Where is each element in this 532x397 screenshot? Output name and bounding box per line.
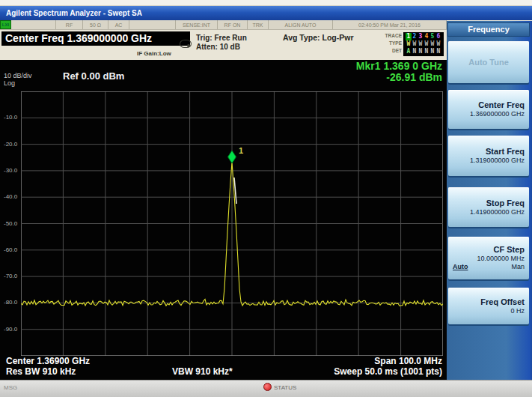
status-icon bbox=[263, 383, 272, 391]
spectrum-analyzer-window: Agilent Spectrum Analyzer - Swept SA LXI… bbox=[0, 0, 532, 397]
softkey-label: Start Freq bbox=[486, 147, 525, 157]
y-axis-label: -70.0 bbox=[4, 273, 17, 279]
status-cell: 50 Ω bbox=[83, 20, 108, 29]
status-cell: SENSE:INT bbox=[176, 20, 218, 29]
softkey-value: 1.319000000 GHz bbox=[470, 157, 525, 165]
trace-status-table: TRACE TYPE DET 123456 WWWWWW ANNNNN bbox=[385, 32, 444, 56]
bottom-status-bar: MSG STATUS bbox=[0, 380, 532, 397]
softkey-sidebar: Frequency Auto TuneCenter Freq1.36900000… bbox=[447, 21, 532, 380]
annotation-res-bw: Res BW 910 kHz bbox=[6, 366, 76, 377]
trace-types-row: WWWWWW bbox=[406, 40, 441, 48]
spectrum-display: Mkr1 1.369 0 GHz -26.91 dBm 10 dB/div Lo… bbox=[0, 60, 447, 380]
avg-type-label: Avg Type: Log-Pwr bbox=[283, 33, 354, 42]
trace-status-char: 5 bbox=[429, 33, 435, 40]
trace-status-char: N bbox=[424, 48, 429, 55]
toggle-auto[interactable]: Auto bbox=[453, 263, 468, 271]
trigger-label: Trig: Free Run bbox=[196, 34, 247, 42]
softkey-stop-freq[interactable]: Stop Freq1.419000000 GHz bbox=[448, 187, 529, 227]
annotation-center: Center 1.36900 GHz bbox=[6, 356, 90, 366]
marker-readout: Mkr1 1.369 0 GHz -26.91 dBm bbox=[356, 61, 442, 83]
status-cell: RF bbox=[56, 20, 83, 29]
marker-amplitude: -26.91 dBm bbox=[356, 72, 442, 83]
trace-status-char: 3 bbox=[418, 33, 424, 40]
trace-status-char: W bbox=[412, 40, 418, 48]
trace-status-char: W bbox=[406, 40, 412, 48]
trace-status-char: 6 bbox=[435, 33, 441, 40]
status-cell bbox=[11, 20, 56, 29]
y-axis-label: -50.0 bbox=[4, 220, 17, 227]
y-axis-label: -80.0 bbox=[4, 299, 17, 306]
if-gain-label: IF Gain:Low bbox=[137, 50, 171, 57]
window-title: Agilent Spectrum Analyzer - Swept SA bbox=[6, 9, 142, 17]
softkey-label: CF Step bbox=[493, 245, 525, 255]
center-freq-display: Center Freq 1.369000000 GHz bbox=[1, 31, 190, 46]
y-axis-label: -60.0 bbox=[4, 246, 17, 253]
trace-status-char: W bbox=[429, 40, 435, 48]
log-scale-label: Log bbox=[4, 79, 32, 87]
window-top-margin bbox=[0, 0, 532, 6]
db-per-div-label: 10 dB/div bbox=[4, 72, 32, 79]
trace-status-char: W bbox=[418, 40, 424, 48]
status-cell: 02:40:50 PM Mar 21, 2016 bbox=[333, 20, 447, 29]
measurement-bar: Center Freq 1.369000000 GHz IF Gain:Low … bbox=[0, 30, 447, 60]
softkey-menu-title: Frequency bbox=[447, 22, 530, 37]
type-row-label: TYPE bbox=[385, 40, 402, 47]
y-axis-label: -40.0 bbox=[4, 193, 17, 200]
auto-man-toggle[interactable]: AutoMan bbox=[453, 263, 525, 271]
trace-graticule: 1 bbox=[21, 91, 443, 356]
marker-diamond bbox=[228, 151, 236, 163]
y-axis-label: -20.0 bbox=[4, 141, 17, 148]
trace-status-char: W bbox=[424, 40, 429, 48]
softkey-value: 1.419000000 GHz bbox=[470, 208, 525, 216]
softkey-label: Auto Tune bbox=[468, 58, 509, 67]
trace-status-char: 4 bbox=[424, 33, 429, 40]
trace-status-char: N bbox=[412, 48, 418, 55]
trace-status-char: A bbox=[406, 48, 412, 55]
status-cell bbox=[129, 20, 176, 29]
status-strip: LXI RF50 ΩACSENSE:INTRF ONTRKALIGN AUTO0… bbox=[0, 20, 447, 30]
status-cell: RF ON bbox=[218, 20, 248, 29]
scale-label: 10 dB/div Log bbox=[4, 72, 32, 87]
annotation-span: Span 100.0 MHz bbox=[374, 356, 442, 366]
softkey-value: 0 Hz bbox=[510, 307, 525, 315]
status-cells: RF50 ΩACSENSE:INTRF ONTRKALIGN AUTO02:40… bbox=[11, 20, 447, 29]
annotation-sweep: Sweep 50.0 ms (1001 pts) bbox=[334, 366, 442, 377]
trace-status-char: W bbox=[435, 40, 441, 48]
trace-row-label: TRACE bbox=[385, 32, 402, 40]
status-cell: AC bbox=[108, 20, 129, 29]
det-row-label: DET bbox=[385, 47, 402, 55]
softkey-start-freq[interactable]: Start Freq1.319000000 GHz bbox=[448, 136, 529, 176]
annotation-vbw: VBW 910 kHz* bbox=[172, 366, 233, 377]
trace-numbers-row: 123456 bbox=[406, 33, 441, 40]
softkey-freq-offset[interactable]: Freq Offset0 Hz bbox=[448, 288, 529, 324]
y-axis-label: -30.0 bbox=[4, 167, 17, 174]
y-axis-label: -10.0 bbox=[4, 114, 17, 121]
trace-detectors-row: ANNNNN bbox=[406, 48, 441, 55]
softkey-cf-step[interactable]: CF Step10.000000 MHzAutoMan bbox=[448, 237, 529, 279]
trace-status-char: 2 bbox=[412, 33, 418, 40]
marker-frequency: Mkr1 1.369 0 GHz bbox=[356, 61, 442, 72]
lxi-led-indicator: LXI bbox=[0, 20, 11, 29]
softkey-value: 1.369000000 GHz bbox=[470, 110, 525, 118]
attenuation-label: Atten: 10 dB bbox=[196, 43, 240, 51]
softkey-label: Freq Offset bbox=[480, 297, 525, 307]
toggle-man[interactable]: Man bbox=[511, 263, 525, 271]
trace-status-box: 123456 WWWWWW ANNNNN bbox=[403, 32, 444, 56]
window-titlebar: Agilent Spectrum Analyzer - Swept SA bbox=[0, 6, 532, 20]
input-coupling-icon bbox=[180, 40, 192, 48]
softkey-value: 10.000000 MHz bbox=[477, 255, 525, 263]
trace-status-char: 1 bbox=[406, 33, 412, 40]
status-label: STATUS bbox=[274, 384, 296, 391]
softkey-label: Center Freq bbox=[478, 100, 525, 110]
trace-status-char: N bbox=[435, 48, 441, 55]
y-axis-label: -90.0 bbox=[4, 326, 17, 333]
trace-status-char: N bbox=[418, 48, 424, 55]
trace-table-row-labels: TRACE TYPE DET bbox=[385, 32, 402, 55]
status-cell: TRK bbox=[248, 20, 269, 29]
softkey-auto-tune[interactable]: Auto Tune bbox=[448, 41, 529, 83]
trace-status-char: N bbox=[429, 48, 435, 55]
ref-level-label: Ref 0.00 dBm bbox=[63, 70, 124, 82]
marker-number-label: 1 bbox=[239, 146, 243, 155]
msg-label: MSG bbox=[4, 384, 17, 391]
softkey-center-freq[interactable]: Center Freq1.369000000 GHz bbox=[448, 90, 529, 129]
